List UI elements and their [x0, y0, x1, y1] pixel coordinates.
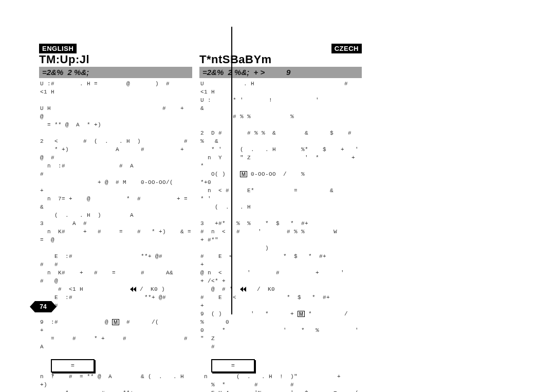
note-box: = — [211, 359, 255, 372]
m-box-icon: M — [298, 311, 305, 317]
body-line: ) — [200, 244, 362, 252]
body-line: 2 < # ( . . H ) # — [40, 137, 194, 145]
body-line: n < # E* = & * ' — [200, 186, 362, 203]
body-line: * +) A # + @ # — [40, 145, 194, 162]
body-line: # <1 H / K0 ) — [40, 285, 194, 293]
body-line: ( . . H — [200, 203, 362, 211]
body-line: 9 ( ) ' * + M * / % 0 — [200, 310, 362, 326]
note-box: = — [51, 359, 95, 372]
body-line: n Y " Z ' * + * — [200, 154, 362, 170]
body-line — [40, 351, 194, 359]
body-line: 3 +#* % % * $ * #+ — [200, 219, 362, 228]
body-line: = ** @ A * +) — [40, 121, 194, 129]
section-bar-left: =2&% 2 %&; — [39, 67, 192, 78]
body-line: = # * + # # A — [40, 334, 194, 351]
body-line: 9 :# @ M # /( + — [40, 318, 194, 334]
body-line: U . H # <1 H — [200, 80, 362, 96]
body-line — [200, 351, 362, 359]
body-line: 2 D # # % % & & $ # % & — [200, 129, 362, 145]
body-line: # — [200, 343, 362, 351]
body-line: E :# **+ @# # # — [40, 293, 194, 310]
title-right: T*ntSBaBYm — [199, 53, 272, 66]
body-line: U :# . H = @ ) # <1 H — [40, 80, 194, 96]
document-page: ENGLISH CZECH TM:Up:Jl T*ntSBaBYm =2&% 2… — [39, 27, 362, 314]
body-line: @ # ' / K0 — [200, 285, 362, 293]
lang-tag-left: ENGLISH — [39, 44, 77, 53]
body-line: n ‽ # = ** @ A & ( . . H +) — [40, 372, 194, 389]
body-line: U : * ' ! ' & — [200, 96, 362, 113]
body-line: E H 4 '% ' $ = ( . . H — [200, 389, 362, 392]
body-line: 0 * ' * % ' " Z — [200, 326, 362, 343]
body-line — [40, 96, 194, 104]
body-line: # E < * $ * #+ + — [200, 252, 362, 269]
body-line: U H # + @ — [40, 104, 194, 121]
body-line: % * # # — [200, 381, 362, 389]
body-line: @ n < ' # + ' + /<* + — [200, 269, 362, 285]
body-line: + @ # M 0-OO-OO/( + — [40, 178, 194, 195]
body-line: = — [200, 359, 362, 372]
body-line: * ' ( . . H %* $ + ' — [200, 145, 362, 154]
m-box-icon: M — [112, 319, 119, 325]
body-column-left: U :# . H = @ ) # <1 H U H # + @ = ** @ A… — [40, 80, 194, 392]
body-line: = — [40, 359, 194, 372]
body-line — [40, 244, 194, 252]
body-line: n K# + # = # * +) & = = @ — [40, 228, 194, 244]
page-number-badge: 74 — [35, 301, 51, 312]
body-line — [40, 129, 194, 137]
lang-tag-right: CZECH — [331, 44, 362, 53]
rewind-icon — [243, 287, 246, 292]
body-line: 3 A # — [40, 219, 194, 228]
body-line: # % % % — [200, 113, 362, 121]
body-line: ( . . H ) A — [40, 211, 194, 219]
body-line: # n < # ' # % % W + #*" — [200, 228, 362, 244]
body-line — [200, 121, 362, 129]
title-left: TM:Up:Jl — [39, 53, 89, 66]
m-box-icon: M — [240, 171, 247, 177]
body-line: n ( . . H ! )" + — [200, 372, 362, 381]
body-line — [40, 310, 194, 318]
body-line: n :# # A # — [40, 162, 194, 178]
body-line: n 7= + @ * # + = & — [40, 195, 194, 211]
body-line: E :# **+ @# # # — [40, 252, 194, 269]
body-column-right: U . H # <1 HU : * ' ! ' & # % % % 2 D # … — [200, 80, 362, 392]
body-line: O( ) M 0-OO-OO / % *+0 — [200, 170, 362, 186]
body-line — [200, 211, 362, 219]
section-bar-right: =2&% 2 %&; + > 9 — [199, 67, 362, 78]
column-separator — [231, 27, 232, 314]
body-line: # E < * $ * #+ + — [200, 293, 362, 310]
rewind-icon — [133, 287, 136, 292]
body-line: * # **+— — [40, 389, 194, 392]
body-line: n K# + # = # A& # @ — [40, 269, 194, 285]
